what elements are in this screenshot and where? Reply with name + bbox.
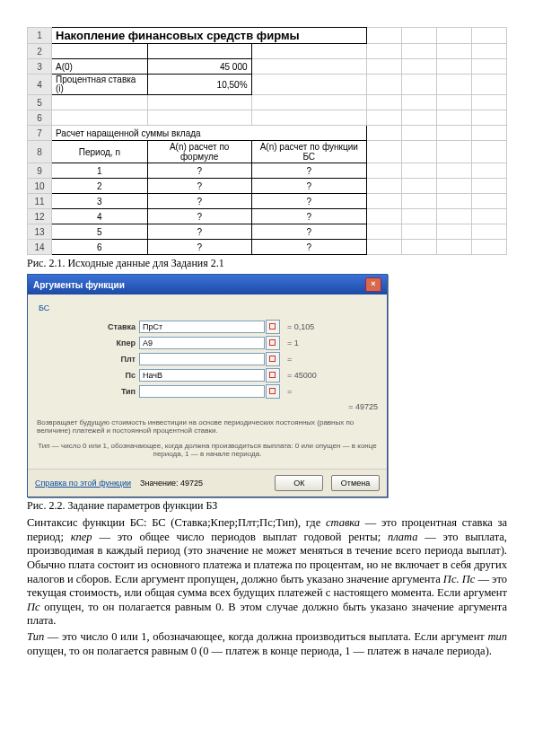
arg-row-pmt: Плт = (37, 352, 378, 366)
cell-period: 1 (52, 163, 148, 179)
range-picker-icon[interactable] (266, 384, 280, 399)
figure-caption-2: Рис. 2.2. Задание параметров функции БЗ (27, 499, 507, 513)
dialog-titlebar: Аргументы функции × (28, 275, 387, 294)
help-link[interactable]: Справка по этой функции (35, 479, 131, 488)
result-value: 49725 (180, 479, 203, 488)
a0-value: 45 000 (147, 59, 251, 75)
arg-input-rate[interactable] (139, 321, 265, 333)
body-paragraph-1: Синтаксис функции БС: БС (Ставка;Кпер;Пл… (27, 516, 507, 629)
arg-input-pv[interactable] (139, 369, 265, 382)
arg-row-rate: Ставка = 0,105 (37, 320, 378, 334)
dialog-title-text: Аргументы функции (33, 280, 125, 290)
row-header: 1 (28, 28, 52, 44)
arg-row-nper: Кпер = 1 (37, 336, 378, 350)
result-label: Значение: (140, 479, 178, 488)
sheet-title: Накопление финансовых средств фирмы (52, 28, 367, 44)
range-picker-icon[interactable] (266, 352, 280, 366)
spreadsheet: 1 Накопление финансовых средств фирмы 2 … (27, 27, 507, 255)
range-picker-icon[interactable] (266, 368, 280, 382)
function-name: БС (37, 302, 378, 318)
hdr-period: Период, n (52, 141, 148, 163)
close-icon[interactable]: × (365, 277, 381, 292)
cancel-button[interactable]: Отмена (331, 475, 380, 491)
body-paragraph-2: Тип — это число 0 или 1, обозначающее, к… (27, 630, 507, 658)
range-picker-icon[interactable] (266, 336, 280, 350)
calc-title: Расчет наращенной суммы вклада (52, 126, 367, 141)
argument-description: Тип — число 0 или 1, обозначающее, когда… (37, 442, 378, 458)
a0-label: A(0) (52, 59, 148, 75)
arg-row-type: Тип = (37, 384, 378, 399)
hdr-formula: A(n) расчет по формуле (147, 141, 251, 163)
arg-input-nper[interactable] (139, 337, 265, 349)
ok-button[interactable]: ОК (275, 475, 323, 491)
arg-row-pv: Пс = 45000 (37, 368, 378, 382)
preview-value: = 49725 (348, 402, 378, 411)
arg-input-type[interactable] (139, 385, 265, 398)
figure-caption-1: Рис. 2.1. Исходные данные для Задания 2.… (27, 257, 507, 270)
arg-input-pmt[interactable] (139, 353, 265, 365)
rate-label: Процентная ставка (i) (52, 75, 148, 95)
range-picker-icon[interactable] (266, 320, 280, 334)
function-description: Возвращает будущую стоимость инвестиции … (37, 418, 378, 435)
rate-value: 10,50% (147, 75, 251, 95)
hdr-fv: A(n) расчет по функции БС (251, 141, 366, 163)
function-arguments-dialog: Аргументы функции × БС Ставка = 0,105 Кп… (27, 274, 388, 497)
